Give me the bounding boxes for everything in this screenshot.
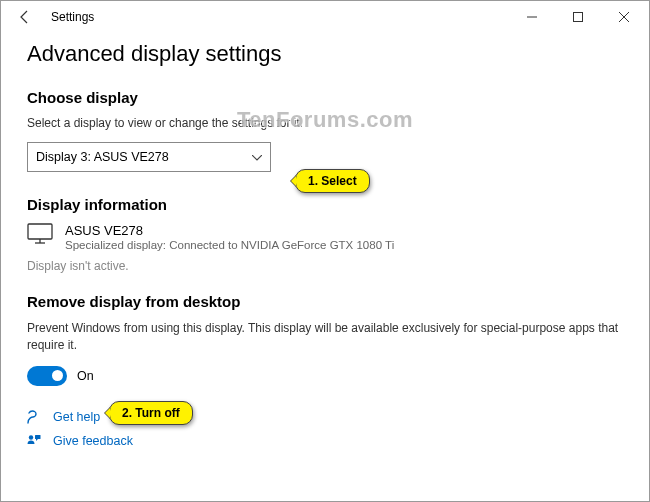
- svg-point-5: [29, 435, 33, 439]
- chevron-down-icon: [252, 151, 262, 163]
- display-detail: Specialized display: Connected to NVIDIA…: [65, 239, 394, 251]
- display-inactive-text: Display isn't active.: [27, 259, 623, 273]
- remove-display-toggle[interactable]: [27, 366, 67, 386]
- display-info-row: ASUS VE278 Specialized display: Connecte…: [27, 223, 623, 251]
- display-select-value: Display 3: ASUS VE278: [36, 150, 169, 164]
- monitor-icon: [27, 223, 53, 245]
- toggle-state-label: On: [77, 369, 94, 383]
- svg-rect-2: [28, 224, 52, 239]
- remove-display-toggle-row: On: [27, 366, 623, 386]
- back-button[interactable]: [11, 3, 39, 31]
- choose-display-heading: Choose display: [27, 89, 623, 106]
- give-feedback-link[interactable]: Give feedback: [27, 434, 623, 448]
- window-controls: [509, 2, 647, 32]
- svg-rect-6: [35, 435, 41, 439]
- feedback-icon: [27, 434, 43, 448]
- page-heading: Advanced display settings: [27, 41, 623, 67]
- remove-display-description: Prevent Windows from using this display.…: [27, 320, 623, 354]
- content-area: Advanced display settings Choose display…: [1, 33, 649, 448]
- close-button[interactable]: [601, 2, 647, 32]
- callout-turnoff: 2. Turn off: [109, 401, 193, 425]
- maximize-button[interactable]: [555, 2, 601, 32]
- display-select[interactable]: Display 3: ASUS VE278: [27, 142, 271, 172]
- display-info-text: ASUS VE278 Specialized display: Connecte…: [65, 223, 394, 251]
- minimize-button[interactable]: [509, 2, 555, 32]
- display-info-heading: Display information: [27, 196, 623, 213]
- window-title: Settings: [51, 10, 94, 24]
- toggle-knob: [52, 370, 63, 381]
- choose-display-instruction: Select a display to view or change the s…: [27, 116, 623, 130]
- get-help-label: Get help: [53, 410, 100, 424]
- help-icon: [27, 410, 43, 424]
- callout-select: 1. Select: [295, 169, 370, 193]
- display-model: ASUS VE278: [65, 223, 394, 238]
- titlebar: Settings: [1, 1, 649, 33]
- give-feedback-label: Give feedback: [53, 434, 133, 448]
- remove-display-heading: Remove display from desktop: [27, 293, 623, 310]
- svg-rect-1: [574, 13, 583, 22]
